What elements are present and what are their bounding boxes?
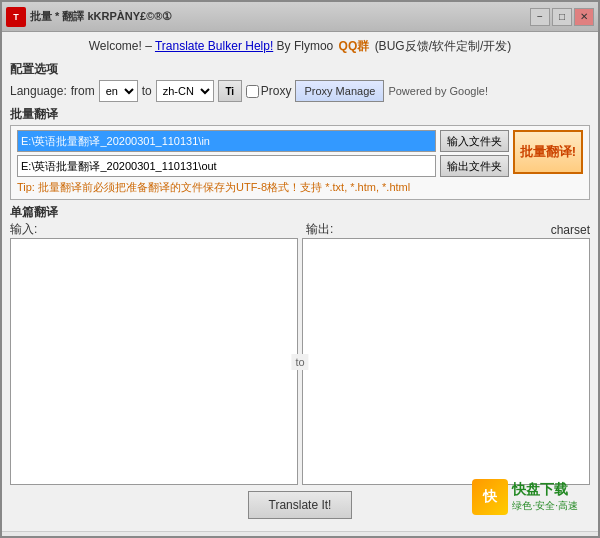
config-section-label: 配置选项 (10, 61, 590, 78)
powered-text: Powered by Google! (388, 85, 488, 97)
status-bar (2, 531, 598, 536)
bottom-area: Translate It! 快 快盘下载 绿色·安全·高速 (10, 487, 590, 523)
single-input-textarea[interactable] (10, 238, 298, 485)
to-middle-label: to (291, 354, 308, 370)
config-row: Language: from en to zh-CN Ti Proxy Prox… (10, 80, 590, 102)
welcome-text: Welcome! – (89, 39, 152, 53)
input-folder-field[interactable] (17, 130, 436, 152)
batch-main-row: 输入文件夹 输出文件夹 Tip: 批量翻译前必须把准备翻译的文件保存为UTF-8… (17, 130, 583, 195)
app-icon: T (6, 7, 26, 27)
minimize-button[interactable]: − (530, 8, 550, 26)
content-area: Welcome! – Translate Bulker Help! By Fly… (2, 32, 598, 531)
single-output-textarea[interactable] (302, 238, 590, 485)
proxy-label: Proxy (261, 84, 292, 98)
title-bar-text: 批量 * 翻譯 kKRΡÀΝΥ£©®① (30, 9, 530, 24)
from-language-select[interactable]: en (99, 80, 138, 102)
title-bar: T 批量 * 翻譯 kKRΡÀΝΥ£©®① − □ ✕ (2, 2, 598, 32)
output-file-row: 输出文件夹 (17, 155, 509, 177)
single-section: 单篇翻译 输入: 输出: charset to (10, 202, 590, 485)
info-bar: Welcome! – Translate Bulker Help! By Fly… (10, 36, 590, 57)
main-window: T 批量 * 翻譯 kKRΡÀΝΥ£©®① − □ ✕ Welcome! – T… (0, 0, 600, 538)
batch-inputs: 输入文件夹 输出文件夹 Tip: 批量翻译前必须把准备翻译的文件保存为UTF-8… (17, 130, 509, 195)
single-output-header: 输出: charset (298, 221, 590, 238)
to-label: to (142, 84, 152, 98)
single-output-label: 输出: (306, 221, 333, 238)
input-folder-button[interactable]: 输入文件夹 (440, 130, 509, 152)
language-label: Language: (10, 84, 67, 98)
bottom-logo: 快 快盘下载 绿色·安全·高速 (472, 479, 578, 515)
bug-text: (BUG反馈/软件定制/开发) (375, 39, 512, 53)
title-bar-buttons: − □ ✕ (530, 8, 594, 26)
from-label: from (71, 84, 95, 98)
tip-text: Tip: 批量翻译前必须把准备翻译的文件保存为UTF-8格式！支持 *.txt,… (17, 180, 509, 195)
logo-icon: 快 (472, 479, 508, 515)
single-section-label: 单篇翻译 (10, 204, 590, 221)
batch-translate-button[interactable]: 批量翻译! (513, 130, 583, 174)
translate-it-button[interactable]: Translate It! (248, 491, 353, 519)
single-input-label: 输入: (10, 221, 294, 238)
single-header: 输入: 输出: charset (10, 221, 590, 238)
output-folder-button[interactable]: 输出文件夹 (440, 155, 509, 177)
input-file-row: 输入文件夹 (17, 130, 509, 152)
qq-text: QQ群 (339, 39, 370, 53)
help-link[interactable]: Translate Bulker Help! (155, 39, 273, 53)
batch-section-label: 批量翻译 (10, 106, 590, 123)
logo-name: 快盘下载 (512, 481, 578, 499)
single-textareas: to (10, 238, 590, 485)
to-language-select[interactable]: zh-CN (156, 80, 214, 102)
close-button[interactable]: ✕ (574, 8, 594, 26)
charset-label: charset (551, 223, 590, 237)
batch-section: 输入文件夹 输出文件夹 Tip: 批量翻译前必须把准备翻译的文件保存为UTF-8… (10, 125, 590, 200)
logo-text-area: 快盘下载 绿色·安全·高速 (512, 481, 578, 513)
output-folder-field[interactable] (17, 155, 436, 177)
maximize-button[interactable]: □ (552, 8, 572, 26)
proxy-checkbox[interactable] (246, 85, 259, 98)
logo-subtitle: 绿色·安全·高速 (512, 499, 578, 513)
by-text: By Flymoo (277, 39, 334, 53)
ti-button[interactable]: Ti (218, 80, 242, 102)
proxy-checkbox-row: Proxy (246, 84, 292, 98)
proxy-manage-button[interactable]: Proxy Manage (295, 80, 384, 102)
